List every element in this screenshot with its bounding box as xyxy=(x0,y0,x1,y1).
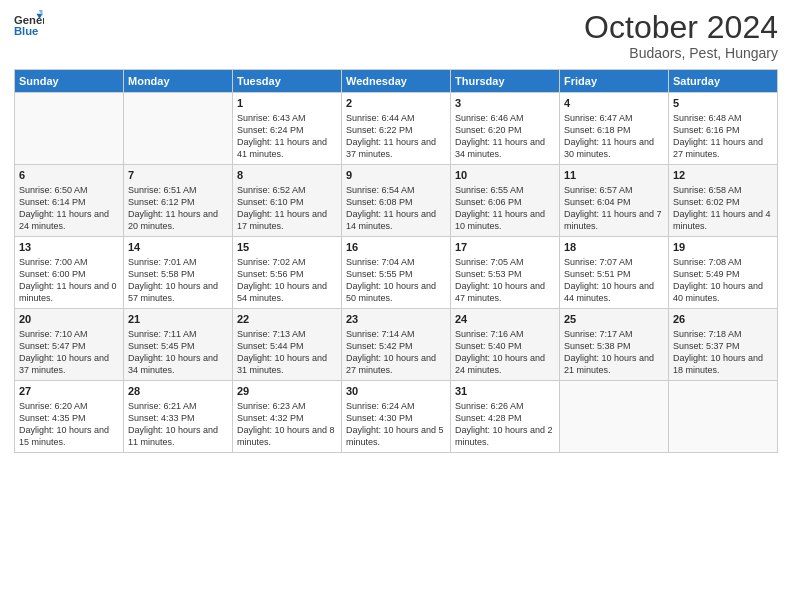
day-number: 16 xyxy=(346,240,446,255)
day-number: 30 xyxy=(346,384,446,399)
day-number: 7 xyxy=(128,168,228,183)
calendar-cell: 23Sunrise: 7:14 AMSunset: 5:42 PMDayligh… xyxy=(342,309,451,381)
calendar-cell: 18Sunrise: 7:07 AMSunset: 5:51 PMDayligh… xyxy=(560,237,669,309)
calendar-cell: 29Sunrise: 6:23 AMSunset: 4:32 PMDayligh… xyxy=(233,381,342,453)
calendar-cell: 19Sunrise: 7:08 AMSunset: 5:49 PMDayligh… xyxy=(669,237,778,309)
cell-info: Sunrise: 6:23 AMSunset: 4:32 PMDaylight:… xyxy=(237,400,337,449)
cell-info: Sunrise: 6:48 AMSunset: 6:16 PMDaylight:… xyxy=(673,112,773,161)
calendar-cell: 5Sunrise: 6:48 AMSunset: 6:16 PMDaylight… xyxy=(669,93,778,165)
cell-info: Sunrise: 7:14 AMSunset: 5:42 PMDaylight:… xyxy=(346,328,446,377)
day-header: Thursday xyxy=(451,70,560,93)
calendar-cell: 9Sunrise: 6:54 AMSunset: 6:08 PMDaylight… xyxy=(342,165,451,237)
calendar-header-row: SundayMondayTuesdayWednesdayThursdayFrid… xyxy=(15,70,778,93)
day-number: 12 xyxy=(673,168,773,183)
calendar-cell: 28Sunrise: 6:21 AMSunset: 4:33 PMDayligh… xyxy=(124,381,233,453)
cell-info: Sunrise: 7:10 AMSunset: 5:47 PMDaylight:… xyxy=(19,328,119,377)
cell-info: Sunrise: 7:17 AMSunset: 5:38 PMDaylight:… xyxy=(564,328,664,377)
calendar-cell: 21Sunrise: 7:11 AMSunset: 5:45 PMDayligh… xyxy=(124,309,233,381)
page-header: General Blue October 2024 Budaors, Pest,… xyxy=(14,10,778,61)
calendar-week-row: 1Sunrise: 6:43 AMSunset: 6:24 PMDaylight… xyxy=(15,93,778,165)
calendar-cell: 15Sunrise: 7:02 AMSunset: 5:56 PMDayligh… xyxy=(233,237,342,309)
calendar-cell xyxy=(560,381,669,453)
day-header: Friday xyxy=(560,70,669,93)
cell-info: Sunrise: 7:04 AMSunset: 5:55 PMDaylight:… xyxy=(346,256,446,305)
day-number: 31 xyxy=(455,384,555,399)
day-header: Saturday xyxy=(669,70,778,93)
title-area: October 2024 Budaors, Pest, Hungary xyxy=(584,10,778,61)
calendar-cell: 1Sunrise: 6:43 AMSunset: 6:24 PMDaylight… xyxy=(233,93,342,165)
day-number: 27 xyxy=(19,384,119,399)
cell-info: Sunrise: 7:11 AMSunset: 5:45 PMDaylight:… xyxy=(128,328,228,377)
calendar-cell: 27Sunrise: 6:20 AMSunset: 4:35 PMDayligh… xyxy=(15,381,124,453)
day-number: 21 xyxy=(128,312,228,327)
calendar-cell: 20Sunrise: 7:10 AMSunset: 5:47 PMDayligh… xyxy=(15,309,124,381)
cell-info: Sunrise: 6:51 AMSunset: 6:12 PMDaylight:… xyxy=(128,184,228,233)
day-number: 23 xyxy=(346,312,446,327)
day-header: Wednesday xyxy=(342,70,451,93)
cell-info: Sunrise: 7:05 AMSunset: 5:53 PMDaylight:… xyxy=(455,256,555,305)
day-number: 1 xyxy=(237,96,337,111)
day-number: 28 xyxy=(128,384,228,399)
calendar-week-row: 27Sunrise: 6:20 AMSunset: 4:35 PMDayligh… xyxy=(15,381,778,453)
calendar-cell xyxy=(15,93,124,165)
calendar-cell: 8Sunrise: 6:52 AMSunset: 6:10 PMDaylight… xyxy=(233,165,342,237)
calendar-week-row: 6Sunrise: 6:50 AMSunset: 6:14 PMDaylight… xyxy=(15,165,778,237)
calendar-table: SundayMondayTuesdayWednesdayThursdayFrid… xyxy=(14,69,778,453)
cell-info: Sunrise: 6:20 AMSunset: 4:35 PMDaylight:… xyxy=(19,400,119,449)
calendar-cell: 10Sunrise: 6:55 AMSunset: 6:06 PMDayligh… xyxy=(451,165,560,237)
location: Budaors, Pest, Hungary xyxy=(584,45,778,61)
day-number: 29 xyxy=(237,384,337,399)
day-number: 8 xyxy=(237,168,337,183)
calendar-cell: 25Sunrise: 7:17 AMSunset: 5:38 PMDayligh… xyxy=(560,309,669,381)
day-number: 25 xyxy=(564,312,664,327)
cell-info: Sunrise: 6:50 AMSunset: 6:14 PMDaylight:… xyxy=(19,184,119,233)
cell-info: Sunrise: 6:21 AMSunset: 4:33 PMDaylight:… xyxy=(128,400,228,449)
cell-info: Sunrise: 6:47 AMSunset: 6:18 PMDaylight:… xyxy=(564,112,664,161)
calendar-cell: 30Sunrise: 6:24 AMSunset: 4:30 PMDayligh… xyxy=(342,381,451,453)
calendar-cell: 13Sunrise: 7:00 AMSunset: 6:00 PMDayligh… xyxy=(15,237,124,309)
calendar-cell: 31Sunrise: 6:26 AMSunset: 4:28 PMDayligh… xyxy=(451,381,560,453)
calendar-week-row: 13Sunrise: 7:00 AMSunset: 6:00 PMDayligh… xyxy=(15,237,778,309)
day-number: 15 xyxy=(237,240,337,255)
logo-icon: General Blue xyxy=(14,10,44,40)
day-header: Monday xyxy=(124,70,233,93)
month-title: October 2024 xyxy=(584,10,778,45)
cell-info: Sunrise: 7:18 AMSunset: 5:37 PMDaylight:… xyxy=(673,328,773,377)
cell-info: Sunrise: 7:16 AMSunset: 5:40 PMDaylight:… xyxy=(455,328,555,377)
cell-info: Sunrise: 6:26 AMSunset: 4:28 PMDaylight:… xyxy=(455,400,555,449)
day-number: 22 xyxy=(237,312,337,327)
day-number: 26 xyxy=(673,312,773,327)
calendar-week-row: 20Sunrise: 7:10 AMSunset: 5:47 PMDayligh… xyxy=(15,309,778,381)
day-number: 11 xyxy=(564,168,664,183)
cell-info: Sunrise: 6:43 AMSunset: 6:24 PMDaylight:… xyxy=(237,112,337,161)
calendar-cell: 4Sunrise: 6:47 AMSunset: 6:18 PMDaylight… xyxy=(560,93,669,165)
calendar-cell: 11Sunrise: 6:57 AMSunset: 6:04 PMDayligh… xyxy=(560,165,669,237)
calendar-cell: 14Sunrise: 7:01 AMSunset: 5:58 PMDayligh… xyxy=(124,237,233,309)
calendar-cell: 2Sunrise: 6:44 AMSunset: 6:22 PMDaylight… xyxy=(342,93,451,165)
day-number: 9 xyxy=(346,168,446,183)
day-number: 2 xyxy=(346,96,446,111)
day-number: 24 xyxy=(455,312,555,327)
cell-info: Sunrise: 6:24 AMSunset: 4:30 PMDaylight:… xyxy=(346,400,446,449)
day-number: 6 xyxy=(19,168,119,183)
cell-info: Sunrise: 7:07 AMSunset: 5:51 PMDaylight:… xyxy=(564,256,664,305)
calendar-cell: 3Sunrise: 6:46 AMSunset: 6:20 PMDaylight… xyxy=(451,93,560,165)
cell-info: Sunrise: 7:13 AMSunset: 5:44 PMDaylight:… xyxy=(237,328,337,377)
calendar-cell: 26Sunrise: 7:18 AMSunset: 5:37 PMDayligh… xyxy=(669,309,778,381)
day-number: 13 xyxy=(19,240,119,255)
logo: General Blue xyxy=(14,10,44,40)
day-number: 5 xyxy=(673,96,773,111)
calendar-cell: 12Sunrise: 6:58 AMSunset: 6:02 PMDayligh… xyxy=(669,165,778,237)
cell-info: Sunrise: 7:08 AMSunset: 5:49 PMDaylight:… xyxy=(673,256,773,305)
day-header: Tuesday xyxy=(233,70,342,93)
day-number: 20 xyxy=(19,312,119,327)
cell-info: Sunrise: 6:54 AMSunset: 6:08 PMDaylight:… xyxy=(346,184,446,233)
cell-info: Sunrise: 7:01 AMSunset: 5:58 PMDaylight:… xyxy=(128,256,228,305)
calendar-cell xyxy=(669,381,778,453)
cell-info: Sunrise: 6:46 AMSunset: 6:20 PMDaylight:… xyxy=(455,112,555,161)
calendar-cell: 7Sunrise: 6:51 AMSunset: 6:12 PMDaylight… xyxy=(124,165,233,237)
cell-info: Sunrise: 6:55 AMSunset: 6:06 PMDaylight:… xyxy=(455,184,555,233)
cell-info: Sunrise: 6:57 AMSunset: 6:04 PMDaylight:… xyxy=(564,184,664,233)
calendar-cell xyxy=(124,93,233,165)
cell-info: Sunrise: 6:44 AMSunset: 6:22 PMDaylight:… xyxy=(346,112,446,161)
